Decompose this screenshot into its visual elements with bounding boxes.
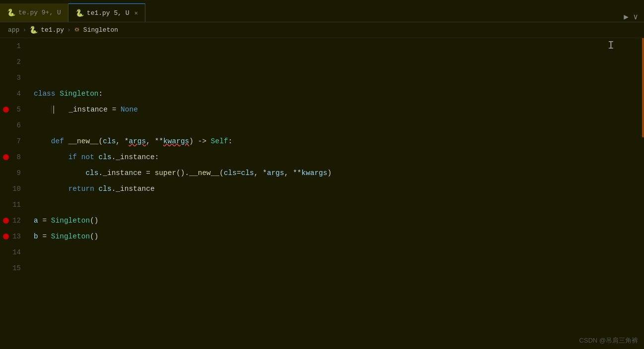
paren-super: (). [176, 169, 189, 177]
line-num-9: 9 [9, 169, 25, 177]
line-num-10: 10 [9, 185, 25, 193]
eq-13: = [38, 233, 51, 240]
keyword-return: return [68, 185, 99, 193]
line-row-14: 14 [0, 244, 30, 260]
tab-te1-py[interactable]: 🐍 te1.py 5, U ✕ [68, 3, 145, 22]
tab-te-py-label: te.py 9+, U [18, 9, 61, 16]
cls-eq: cls [224, 169, 237, 177]
indent-5 [34, 106, 51, 114]
code-area[interactable]: class Singleton: │ _instance = None def … [30, 38, 644, 349]
singleton-13: Singleton [51, 233, 90, 240]
indent-9 [34, 169, 85, 177]
no-breakpoint-7 [3, 138, 9, 144]
line-row-3: 3 [0, 70, 30, 86]
line-num-4: 4 [9, 90, 25, 98]
python-icon-2: 🐍 [75, 9, 84, 17]
line-row-11: 11 [0, 197, 30, 213]
line-row-2: 2 [0, 54, 30, 70]
margin-indicator [642, 38, 644, 137]
code-line-6 [30, 117, 644, 133]
code-line-15 [30, 260, 644, 276]
code-line-4: class Singleton: [30, 86, 644, 102]
breadcrumb-classname[interactable]: Singleton [83, 26, 118, 34]
code-line-5: │ _instance = None [30, 102, 644, 117]
param-cls: cls [103, 137, 116, 145]
eq-5: = [112, 106, 121, 114]
paren-close-7: ) [189, 137, 197, 145]
code-line-3 [30, 70, 644, 86]
code-line-8: if not cls._instance: [30, 149, 644, 165]
breadcrumb-sep-1: › [22, 26, 26, 34]
super-fn: super [155, 169, 177, 177]
line-row-4: 4 [0, 86, 30, 102]
python-icon-breadcrumb: 🐍 [29, 26, 38, 34]
no-breakpoint-11 [3, 202, 9, 208]
no-breakpoint-3 [3, 75, 9, 81]
line-row-1: 1 [0, 38, 30, 54]
code-line-14 [30, 244, 644, 260]
paren-args-9: ( [219, 169, 224, 177]
breakpoint-12[interactable] [3, 218, 9, 224]
line-row-15: 15 [0, 260, 30, 276]
code-line-2 [30, 54, 644, 70]
colon-4: : [99, 90, 103, 98]
breakpoint-8[interactable] [3, 154, 9, 160]
line-num-11: 11 [9, 201, 25, 209]
no-breakpoint-4 [3, 91, 9, 97]
code-line-1 [30, 38, 644, 54]
indent-8 [34, 153, 68, 161]
kwargs-9: kwargs [302, 169, 327, 177]
comma-9a: , * [254, 169, 267, 177]
code-line-13: b = Singleton() [30, 229, 644, 244]
breakpoint-5[interactable] [3, 107, 9, 113]
text-cursor: I [608, 40, 614, 52]
cls-val: cls [241, 169, 254, 177]
line-row-8: 8 [0, 149, 30, 165]
new-fn: __new__ [189, 169, 219, 177]
line-num-13: 13 [9, 233, 25, 240]
tab-te1-py-label: te1.py 5, U [87, 9, 129, 17]
code-line-9: cls._instance = super().__new__(cls=cls,… [30, 165, 644, 181]
instance-var: _instance [56, 106, 112, 114]
no-breakpoint-14 [3, 249, 9, 255]
singleton-12: Singleton [51, 217, 90, 225]
args-9: args [267, 169, 284, 177]
dot-8: ._instance: [112, 153, 159, 161]
tab-te-py[interactable]: 🐍 te.py 9+, U [0, 3, 68, 22]
colon-7: : [228, 137, 233, 145]
code-line-7: def __new__(cls, *args, **kwargs) -> Sel… [30, 133, 644, 149]
line-num-2: 2 [9, 58, 25, 66]
editor: 1 2 3 4 5 6 7 [0, 38, 644, 349]
breadcrumb: app › 🐍 te1.py › ⛭ Singleton [0, 22, 644, 38]
breakpoint-13[interactable] [3, 233, 9, 239]
self-type: Self [211, 137, 228, 145]
line-row-12: 12 [0, 213, 30, 229]
line-num-14: 14 [9, 248, 25, 256]
none-val: None [121, 106, 138, 114]
breadcrumb-filename[interactable]: te1.py [41, 26, 64, 34]
no-breakpoint-9 [3, 170, 9, 176]
paren-close-9: ) [327, 169, 332, 177]
watermark: CSDN @吊肩三角裤 [579, 336, 638, 345]
line-num-7: 7 [9, 137, 25, 145]
cls-instance-8: cls [99, 153, 112, 161]
tab-bar: 🐍 te.py 9+, U 🐍 te1.py 5, U ✕ ▶ ∨ [0, 0, 644, 22]
run-button[interactable]: ▶ ∨ [618, 12, 644, 22]
keyword-class: class [34, 90, 60, 98]
line-num-5: 5 [9, 106, 25, 114]
comma-9b: , ** [284, 169, 302, 177]
indent-7 [34, 137, 51, 145]
dot-instance-10: ._instance [112, 185, 155, 193]
breadcrumb-app[interactable]: app [8, 26, 19, 34]
no-breakpoint-1 [3, 43, 9, 49]
line-num-6: 6 [9, 121, 25, 129]
line-row-6: 6 [0, 117, 30, 133]
paren-open-7: ( [99, 137, 103, 145]
line-row-7: 7 [0, 133, 30, 149]
line-row-9: 9 [0, 165, 30, 181]
line-num-15: 15 [9, 264, 25, 272]
arrow-7: -> [198, 137, 211, 145]
keyword-if: if [68, 153, 81, 161]
close-tab-button[interactable]: ✕ [134, 9, 138, 17]
eq-cls: = [237, 169, 241, 177]
